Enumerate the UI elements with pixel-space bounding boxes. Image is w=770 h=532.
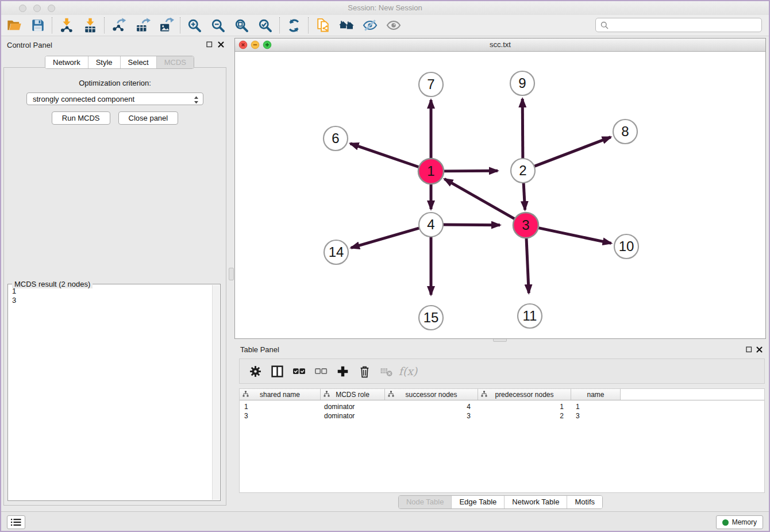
control-panel: Control Panel Network Style Select MCDS …	[1, 36, 230, 511]
first-neighbors-button[interactable]	[311, 16, 334, 34]
maximize-network-button[interactable]	[263, 41, 271, 49]
close-panel-button-mcds[interactable]: Close panel	[118, 111, 179, 125]
minimize-network-button[interactable]	[251, 41, 259, 49]
graph-edge-4-3[interactable]	[442, 225, 500, 225]
graph-edge-3-1[interactable]	[444, 179, 515, 219]
toggle-columns-button[interactable]	[266, 361, 288, 381]
import-network-button[interactable]	[55, 16, 78, 34]
delete-row-button[interactable]	[353, 361, 375, 381]
tab-edge-table[interactable]: Edge Table	[452, 496, 505, 508]
zoom-fit-button[interactable]	[230, 16, 253, 34]
tab-node-table[interactable]: Node Table	[399, 496, 452, 508]
zoom-selected-button[interactable]	[253, 16, 277, 34]
graph-node-9[interactable]: 9	[510, 71, 534, 95]
graph-edge-2-3[interactable]	[523, 182, 525, 210]
float-table-panel-button[interactable]	[745, 346, 753, 353]
optimization-criterion-select[interactable]: strongly connected component	[26, 92, 203, 105]
graph-edge-2-9[interactable]	[522, 99, 523, 159]
graph-node-11[interactable]: 11	[518, 304, 542, 328]
graph-node-2[interactable]: 2	[511, 159, 535, 183]
attribute-tree-icon	[242, 391, 249, 399]
table-tabs: Node Table Edge Table Network Table Moti…	[234, 495, 767, 509]
save-session-button[interactable]	[26, 16, 49, 34]
close-network-button[interactable]	[239, 41, 247, 49]
window-title: Session: New Session	[1, 3, 769, 12]
documents-share-icon	[315, 17, 331, 33]
graph-node-4[interactable]: 4	[419, 213, 443, 237]
table-cell[interactable]: 2	[478, 411, 571, 421]
table-cell[interactable]: 1	[240, 402, 321, 411]
zoom-out-button[interactable]	[206, 16, 230, 34]
column-header-predecessor-nodes[interactable]: predecessor nodes	[478, 389, 571, 400]
import-table-button[interactable]	[78, 16, 102, 34]
zoom-in-button[interactable]	[183, 16, 206, 34]
table-cell[interactable]: 3	[385, 411, 478, 421]
table-row[interactable]: 3dominator323	[240, 411, 764, 421]
table-cell[interactable]: 3	[571, 411, 621, 421]
vertical-splitter-grip[interactable]	[229, 268, 234, 280]
show-details-eye-icon	[386, 17, 402, 33]
open-file-button[interactable]	[2, 16, 26, 34]
node-table-header: shared nameMCDS rolesuccessor nodesprede…	[240, 389, 764, 400]
network-canvas[interactable]: 7968124314101511	[235, 51, 765, 338]
tab-network[interactable]: Network	[45, 56, 88, 68]
graph-node-15[interactable]: 15	[419, 306, 443, 330]
table-cell[interactable]: dominator	[321, 411, 385, 421]
run-mcds-button[interactable]: Run MCDS	[52, 111, 110, 125]
refresh-layout-button[interactable]	[282, 16, 306, 34]
homes-button[interactable]	[334, 16, 358, 34]
result-scrollbar[interactable]	[212, 285, 220, 500]
table-settings-button[interactable]	[244, 361, 266, 381]
toolbar-separator	[180, 17, 180, 33]
column-header-MCDS-role[interactable]: MCDS role	[321, 389, 385, 400]
show-details-button[interactable]	[382, 16, 405, 34]
function-builder-button[interactable]: f(x)	[397, 361, 419, 381]
graph-node-1[interactable]: 1	[418, 159, 444, 184]
mcds-result-text[interactable]: 1 3	[9, 285, 212, 500]
graph-node-14[interactable]: 14	[324, 240, 348, 264]
memory-label: Memory	[732, 518, 757, 526]
delete-table-button[interactable]	[375, 361, 397, 381]
network-window-titlebar[interactable]: scc.txt	[235, 38, 765, 52]
export-network-button[interactable]	[107, 16, 130, 34]
float-panel-button[interactable]	[206, 41, 213, 48]
deselect-all-button[interactable]	[310, 361, 332, 381]
search-input[interactable]	[612, 20, 761, 30]
graph-node-6[interactable]: 6	[324, 126, 348, 151]
select-all-button[interactable]	[288, 361, 310, 381]
memory-button[interactable]: Memory	[716, 515, 763, 529]
add-row-button[interactable]	[332, 361, 353, 381]
tab-mcds[interactable]: MCDS	[157, 56, 194, 68]
close-table-panel-button[interactable]	[756, 346, 763, 353]
tab-style[interactable]: Style	[88, 56, 121, 68]
task-history-button[interactable]	[7, 515, 25, 529]
column-header-shared-name[interactable]: shared name	[240, 389, 321, 400]
attribute-tree-icon	[388, 391, 394, 399]
tab-network-table[interactable]: Network Table	[505, 496, 567, 508]
column-header-successor-nodes[interactable]: successor nodes	[385, 389, 478, 400]
graph-edge-3-11[interactable]	[526, 237, 529, 293]
graph-node-3[interactable]: 3	[513, 213, 538, 238]
tab-motifs[interactable]: Motifs	[567, 496, 602, 508]
graph-edge-1-2[interactable]	[442, 171, 498, 171]
table-cell[interactable]: 1	[571, 402, 621, 411]
graph-node-8[interactable]: 8	[613, 119, 637, 144]
table-cell[interactable]: 1	[478, 402, 571, 411]
table-cell[interactable]: 3	[240, 411, 321, 421]
toolbar-separator	[308, 17, 309, 33]
graph-edge-1-6[interactable]	[351, 144, 421, 168]
table-cell[interactable]: dominator	[321, 402, 385, 411]
export-table-button[interactable]	[130, 16, 154, 34]
hide-details-button[interactable]	[358, 16, 382, 34]
column-header-name[interactable]: name	[571, 389, 621, 400]
export-image-button[interactable]	[154, 16, 178, 34]
graph-node-7[interactable]: 7	[419, 72, 443, 97]
table-row[interactable]: 1dominator411	[240, 402, 764, 411]
table-cell[interactable]: 4	[385, 402, 478, 411]
graph-edge-3-10[interactable]	[537, 228, 611, 243]
tab-select[interactable]: Select	[121, 56, 157, 68]
graph-edge-4-14[interactable]	[351, 228, 420, 248]
close-panel-button[interactable]	[217, 41, 225, 48]
graph-node-10[interactable]: 10	[614, 234, 638, 259]
graph-edge-2-8[interactable]	[534, 137, 611, 167]
